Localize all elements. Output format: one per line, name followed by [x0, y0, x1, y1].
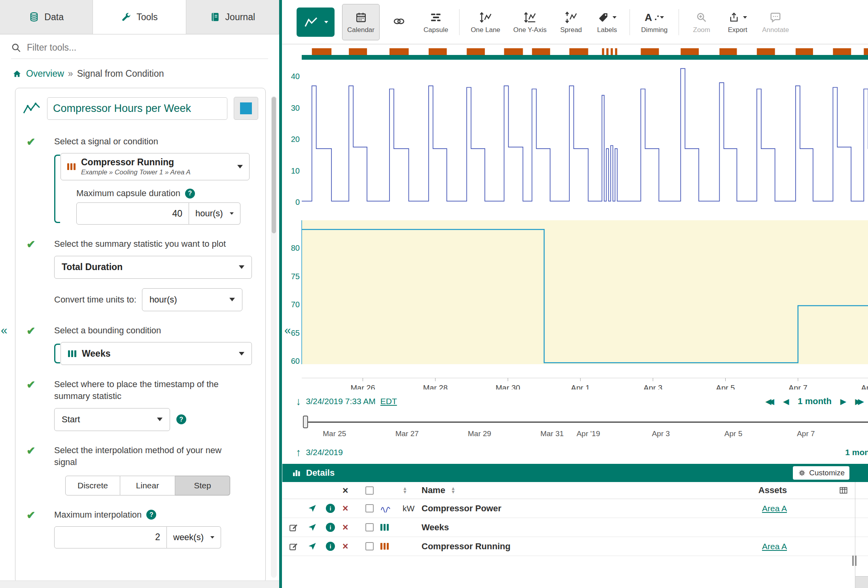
step-complete-check-icon	[26, 238, 36, 251]
interp-step-button[interactable]: Step	[175, 476, 230, 495]
scrollbar-thumb[interactable]	[272, 97, 276, 233]
annotate-button[interactable]: Annotate	[757, 4, 794, 40]
timeline-labels: Mar 25Mar 27Mar 29Mar 31Apr '19Apr 3Apr …	[282, 429, 868, 440]
timeline-start-handle[interactable]	[303, 416, 308, 428]
send-to-display-icon[interactable]	[308, 542, 317, 551]
condition-select[interactable]: Compressor Running Example » Cooling Tow…	[61, 153, 250, 180]
step-back-half-icon[interactable]	[783, 397, 789, 405]
item-name[interactable]: Compressor Power	[422, 503, 672, 514]
view-mode-trend-button[interactable]	[297, 8, 335, 37]
asset-columns-grid-icon[interactable]	[839, 486, 848, 494]
export-label: Export	[728, 26, 747, 34]
left-panel: Data Tools Journal	[0, 0, 279, 588]
item-info-icon[interactable]	[326, 523, 335, 532]
tab-data-label: Data	[44, 12, 64, 23]
condition-icon	[67, 163, 76, 170]
send-to-display-icon[interactable]	[308, 504, 317, 513]
sort-name-icon[interactable]	[451, 487, 456, 494]
statistic-select[interactable]: Total Duration	[54, 256, 252, 279]
customize-button[interactable]: Customize	[793, 466, 849, 480]
interp-discrete-button[interactable]: Discrete	[65, 476, 120, 495]
dimming-button[interactable]: A Dimming	[636, 4, 673, 40]
display-range-duration[interactable]: 1 month	[798, 396, 832, 406]
timestamp-select[interactable]: Start	[54, 408, 170, 431]
capsule-button[interactable]: Capsule	[418, 4, 453, 40]
edit-item-icon[interactable]	[289, 541, 299, 551]
labels-button[interactable]: Labels	[590, 4, 624, 40]
item-name[interactable]: Compressor Running	[422, 541, 672, 552]
item-info-icon[interactable]	[326, 504, 335, 513]
send-to-display-icon[interactable]	[308, 523, 317, 532]
remove-item-icon[interactable]	[342, 503, 348, 513]
timestamp-value: Start	[62, 414, 80, 425]
edit-item-icon[interactable]	[289, 522, 299, 532]
convert-units-select[interactable]: hour(s)	[142, 288, 242, 311]
details-column-divider[interactable]	[855, 482, 855, 588]
asset-link[interactable]: Area A	[762, 504, 787, 513]
row-checkbox[interactable]	[365, 542, 374, 550]
remove-all-icon[interactable]	[342, 486, 348, 495]
filter-tools-input[interactable]	[27, 42, 268, 53]
result-name-input[interactable]: Compressor Hours per Week	[47, 97, 227, 120]
timeline-track[interactable]	[306, 422, 868, 423]
one-y-axis-button[interactable]: One Y-Axis	[508, 4, 552, 40]
assets-column-header[interactable]: Assets	[672, 485, 787, 495]
row-checkbox[interactable]	[365, 504, 374, 512]
sort-type-icon[interactable]	[403, 487, 407, 494]
step-back-full-icon[interactable]	[765, 397, 774, 405]
investigate-range-start[interactable]: 3/24/2019	[306, 448, 343, 457]
remove-item-icon[interactable]	[342, 541, 348, 551]
asset-link[interactable]: Area A	[762, 542, 787, 551]
tool-panel-hscrollbar[interactable]	[0, 580, 279, 588]
display-range-start[interactable]: 3/24/2019 7:33 AM	[306, 397, 376, 406]
tool-panel-scrollbar[interactable]	[271, 96, 277, 578]
export-button[interactable]: Export	[721, 4, 754, 40]
item-info-icon[interactable]	[326, 542, 335, 551]
chevron-down-icon	[324, 21, 328, 23]
max-interpolation-input[interactable]	[54, 526, 167, 548]
help-icon[interactable]	[185, 189, 195, 199]
help-icon[interactable]	[146, 510, 156, 520]
step-forward-half-icon[interactable]	[840, 397, 846, 405]
calendar-button[interactable]: Calendar	[342, 4, 380, 40]
timezone-link[interactable]: EDT	[380, 397, 397, 406]
remove-item-icon[interactable]	[342, 522, 348, 532]
tab-tools[interactable]: Tools	[93, 0, 186, 34]
max-interpolation-unit-select[interactable]: week(s)	[167, 526, 221, 548]
tab-journal[interactable]: Journal	[186, 0, 279, 34]
zoom-button[interactable]: Zoom	[685, 4, 718, 40]
trend-chart[interactable]: 4030201008075706560Mar 26Mar 28Mar 30Apr…	[282, 44, 868, 389]
step-summary-statistic: Select the summary statistic you want to…	[15, 238, 265, 311]
signal-color-swatch[interactable]	[234, 97, 258, 120]
labels-label: Labels	[597, 26, 617, 34]
chain-button[interactable]	[382, 4, 416, 40]
step-forward-full-icon[interactable]	[855, 397, 864, 405]
details-divider-grip[interactable]	[852, 556, 857, 566]
workbench: Data Tools Journal	[0, 0, 868, 588]
svg-text:70: 70	[291, 300, 300, 309]
interp-linear-button[interactable]: Linear	[120, 476, 175, 495]
bounding-condition-select[interactable]: Weeks	[61, 342, 252, 365]
home-icon[interactable]	[12, 69, 22, 79]
max-capsule-duration-input[interactable]	[76, 202, 189, 225]
scroll-corner	[855, 576, 868, 588]
one-lane-label: One Lane	[471, 26, 500, 34]
collapse-left-chevron-icon[interactable]	[1, 323, 8, 337]
step-label: Select the interpolation method of your …	[54, 444, 244, 469]
panel-splitter[interactable]	[279, 0, 282, 588]
item-name[interactable]: Weeks	[422, 522, 672, 533]
row-checkbox[interactable]	[365, 523, 374, 531]
spread-button[interactable]: Spread	[554, 4, 588, 40]
one-lane-button[interactable]: One Lane	[465, 4, 505, 40]
spread-label: Spread	[560, 26, 582, 34]
tab-data[interactable]: Data	[0, 0, 93, 34]
timestamp-row: Start	[54, 408, 256, 431]
collapse-panel-chevron-icon[interactable]	[284, 323, 291, 337]
name-column-header[interactable]: Name	[422, 485, 445, 495]
investigate-range-duration[interactable]: 1 month	[845, 448, 868, 457]
help-icon[interactable]	[176, 414, 186, 424]
breadcrumb-overview-link[interactable]: Overview	[26, 68, 64, 79]
select-all-checkbox[interactable]	[365, 486, 374, 495]
timeline-label: Mar 31	[540, 429, 564, 438]
max-capsule-duration-unit-select[interactable]: hour(s)	[189, 202, 240, 225]
